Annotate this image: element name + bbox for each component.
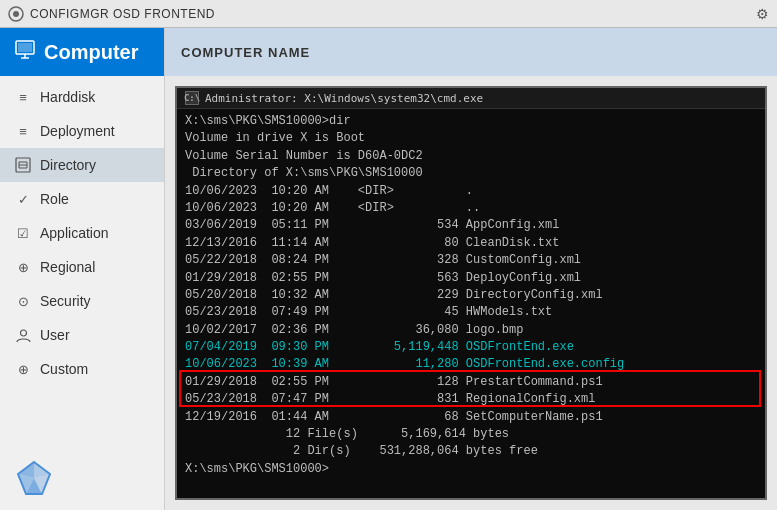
- cmd-body: X:\sms\PKG\SMS10000>dirVolume in drive X…: [177, 109, 765, 498]
- custom-icon: ⊕: [14, 360, 32, 378]
- main-container: Computer ≡ Harddisk ≡ Deployment: [0, 28, 777, 510]
- svg-rect-5: [18, 43, 32, 52]
- computer-icon: [14, 39, 36, 66]
- cmd-icon: C:\: [185, 91, 199, 105]
- cmd-line: Volume in drive X is Boot: [185, 130, 757, 147]
- cmd-line: X:\sms\PKG\SMS10000>dir: [185, 113, 757, 130]
- cmd-line: 05/22/2018 08:24 PM 328 CustomConfig.xml: [185, 252, 757, 269]
- cmd-line: 2 Dir(s) 531,288,064 bytes free: [185, 443, 757, 460]
- application-icon: ☑: [14, 224, 32, 242]
- sidebar-header-label: Computer: [44, 41, 138, 64]
- directory-icon: [14, 156, 32, 174]
- sidebar-item-harddisk[interactable]: ≡ Harddisk: [0, 80, 164, 114]
- cmd-line: 01/29/2018 02:55 PM 563 DeployConfig.xml: [185, 270, 757, 287]
- user-icon: [14, 326, 32, 344]
- cmd-line: 10/06/2023 10:39 AM 11,280 OSDFrontEnd.e…: [185, 356, 757, 373]
- role-icon: ✓: [14, 190, 32, 208]
- title-bar: CONFIGMGR OSD FRONTEND ⚙: [0, 0, 777, 28]
- cmd-line: X:\sms\PKG\SMS10000>: [185, 461, 757, 478]
- cmd-title-bar: C:\ Administrator: X:\Windows\system32\c…: [177, 88, 765, 109]
- settings-icon[interactable]: ⚙: [756, 6, 769, 22]
- sidebar-label-deployment: Deployment: [40, 123, 115, 139]
- sidebar-item-directory[interactable]: Directory: [0, 148, 164, 182]
- cmd-line: 12/13/2016 11:14 AM 80 CleanDisk.txt: [185, 235, 757, 252]
- brand-logo: [14, 458, 54, 498]
- app-icon: [8, 6, 24, 22]
- sidebar-label-directory: Directory: [40, 157, 96, 173]
- sidebar-item-deployment[interactable]: ≡ Deployment: [0, 114, 164, 148]
- sidebar-item-regional[interactable]: ⊕ Regional: [0, 250, 164, 284]
- content-area: COMPUTER NAME C:\ Administrator: X:\Wind…: [165, 28, 777, 510]
- cmd-line: 07/04/2019 09:30 PM 5,119,448 OSDFrontEn…: [185, 339, 757, 356]
- sidebar-items: ≡ Harddisk ≡ Deployment Directory ✓: [0, 76, 164, 386]
- cmd-line: 03/06/2019 05:11 PM 534 AppConfig.xml: [185, 217, 757, 234]
- title-bar-text: CONFIGMGR OSD FRONTEND: [30, 7, 756, 21]
- svg-point-8: [20, 330, 26, 336]
- regional-icon: ⊕: [14, 258, 32, 276]
- content-header-title: COMPUTER NAME: [181, 45, 310, 60]
- sidebar-header: Computer: [0, 28, 164, 76]
- cmd-line: 10/02/2017 02:36 PM 36,080 logo.bmp: [185, 322, 757, 339]
- sidebar-item-application[interactable]: ☑ Application: [0, 216, 164, 250]
- sidebar-label-user: User: [40, 327, 70, 343]
- sidebar-label-custom: Custom: [40, 361, 88, 377]
- content-header: COMPUTER NAME: [165, 28, 777, 76]
- security-icon: ⊙: [14, 292, 32, 310]
- sidebar-label-application: Application: [40, 225, 109, 241]
- sidebar-label-role: Role: [40, 191, 69, 207]
- cmd-line: 05/23/2018 07:47 PM 831 RegionalConfig.x…: [185, 391, 757, 408]
- cmd-line: 10/06/2023 10:20 AM <DIR> ..: [185, 200, 757, 217]
- sidebar-item-security[interactable]: ⊙ Security: [0, 284, 164, 318]
- cmd-line: 12 File(s) 5,169,614 bytes: [185, 426, 757, 443]
- sidebar-item-custom[interactable]: ⊕ Custom: [0, 352, 164, 386]
- harddisk-icon: ≡: [14, 88, 32, 106]
- cmd-line: Directory of X:\sms\PKG\SMS10000: [185, 165, 757, 182]
- sidebar-item-user[interactable]: User: [0, 318, 164, 352]
- sidebar-label-harddisk: Harddisk: [40, 89, 95, 105]
- sidebar: Computer ≡ Harddisk ≡ Deployment: [0, 28, 165, 510]
- cmd-line: 12/19/2016 01:44 AM 68 SetComputerName.p…: [185, 409, 757, 426]
- cmd-window: C:\ Administrator: X:\Windows\system32\c…: [175, 86, 767, 500]
- sidebar-footer: [0, 446, 164, 510]
- svg-point-1: [13, 11, 19, 17]
- cmd-line: Volume Serial Number is D60A-0DC2: [185, 148, 757, 165]
- cmd-line: 10/06/2023 10:20 AM <DIR> .: [185, 183, 757, 200]
- cmd-title-text: Administrator: X:\Windows\system32\cmd.e…: [205, 92, 483, 105]
- deployment-icon: ≡: [14, 122, 32, 140]
- sidebar-label-security: Security: [40, 293, 91, 309]
- sidebar-label-regional: Regional: [40, 259, 95, 275]
- sidebar-item-role[interactable]: ✓ Role: [0, 182, 164, 216]
- cmd-line: 01/29/2018 02:55 PM 128 PrestartCommand.…: [185, 374, 757, 391]
- cmd-line: 05/23/2018 07:49 PM 45 HWModels.txt: [185, 304, 757, 321]
- cmd-line: 05/20/2018 10:32 AM 229 DirectoryConfig.…: [185, 287, 757, 304]
